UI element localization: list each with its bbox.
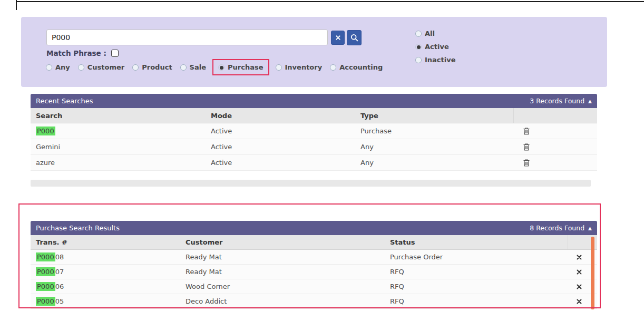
- radio-icon: [415, 44, 422, 50]
- transaction-number-rest: 08: [55, 253, 64, 261]
- radio-icon: [415, 31, 422, 37]
- type-cell: Any: [355, 159, 513, 167]
- radio-icon: [330, 64, 336, 71]
- radio-option-inactive[interactable]: Inactive: [415, 56, 456, 64]
- purchase-results-header: Purchase Search Results 8 Records Found …: [31, 221, 597, 235]
- radio-icon: [46, 64, 52, 71]
- trash-icon: [523, 128, 530, 135]
- status-cell: RFQ: [385, 268, 568, 276]
- actions-cell: [513, 123, 597, 139]
- delete-recent-search-button[interactable]: [523, 159, 530, 167]
- delete-recent-search-button[interactable]: [523, 128, 530, 135]
- type-cell: Purchase: [355, 127, 513, 135]
- recent-searches-column-headers: Search Mode Type: [31, 108, 597, 123]
- page: Match Phrase : Any Customer Product Sale: [0, 0, 644, 311]
- radio-option-label: Inactive: [425, 56, 456, 64]
- mode-cell: Active: [206, 159, 355, 167]
- radio-option-label: Customer: [87, 63, 124, 71]
- radio-icon: [78, 64, 84, 71]
- radio-option-label: Inventory: [285, 63, 323, 71]
- purchase-results-column-headers: Trans. # Customer Status: [31, 235, 597, 250]
- search-input[interactable]: [46, 30, 328, 45]
- remove-result-button[interactable]: [577, 269, 582, 275]
- match-phrase-row: Match Phrase :: [46, 49, 119, 57]
- radio-option-product[interactable]: Product: [132, 63, 172, 71]
- radio-option-all[interactable]: All: [415, 30, 456, 37]
- radio-option-active[interactable]: Active: [415, 43, 456, 51]
- mode-cell: Active: [206, 143, 355, 151]
- type-cell: Any: [355, 143, 513, 151]
- search-term-cell: P000: [31, 127, 206, 135]
- close-icon: [577, 284, 582, 289]
- column-header-search: Search: [31, 112, 206, 120]
- radio-option-customer[interactable]: Customer: [78, 63, 124, 71]
- purchase-result-row: P00006 Wood Corner RFQ: [31, 279, 597, 294]
- collapse-toggle-icon[interactable]: ▲: [588, 99, 592, 104]
- radio-option-label: All: [425, 30, 435, 37]
- highlighted-match: P000: [36, 267, 55, 276]
- highlighted-match: P000: [36, 297, 55, 306]
- status-cell: RFQ: [385, 283, 568, 290]
- customer-cell: Ready Mat: [180, 253, 385, 261]
- highlighted-search-term: P000: [36, 127, 55, 135]
- results-vertical-scrollbar[interactable]: [591, 237, 594, 309]
- column-header-actions: [513, 108, 597, 123]
- radio-option-any[interactable]: Any: [46, 63, 70, 71]
- transaction-number-rest: 05: [55, 297, 64, 305]
- transaction-number-cell: P00007: [31, 268, 180, 276]
- collapse-toggle-icon[interactable]: ▲: [588, 226, 592, 231]
- customer-cell: Ready Mat: [180, 268, 385, 276]
- transaction-number-rest: 07: [55, 268, 64, 276]
- recent-search-row: Gemini Active Any: [31, 139, 597, 155]
- radio-option-label: Accounting: [339, 63, 383, 71]
- search-button[interactable]: [347, 30, 362, 45]
- records-found: 3 Records Found ▲: [530, 97, 592, 105]
- column-header-customer: Customer: [180, 238, 385, 246]
- record-status-radio-group: All Active Inactive: [415, 30, 456, 64]
- clear-search-button[interactable]: [331, 31, 345, 45]
- highlighted-match: P000: [36, 252, 55, 261]
- window-border-left: [16, 0, 17, 10]
- match-phrase-label: Match Phrase :: [46, 49, 106, 57]
- actions-cell: [513, 139, 597, 154]
- radio-option-label: Active: [425, 43, 449, 51]
- remove-result-button[interactable]: [577, 299, 582, 304]
- remove-result-button[interactable]: [577, 284, 582, 289]
- radio-icon: [415, 57, 422, 63]
- records-found-count: 8 Records Found: [530, 224, 584, 232]
- radio-option-label: Sale: [190, 63, 206, 71]
- transaction-number-cell: P00008: [31, 253, 180, 261]
- recent-searches-header: Recent Searches 3 Records Found ▲: [31, 94, 597, 108]
- radio-icon: [218, 64, 225, 71]
- search-type-radio-group: Any Customer Product Sale Purchase: [46, 63, 383, 71]
- records-found-count: 3 Records Found: [530, 97, 584, 105]
- column-header-mode: Mode: [206, 112, 355, 120]
- clear-icon: [336, 35, 340, 40]
- recent-horizontal-scrollbar[interactable]: [31, 180, 591, 187]
- recent-searches-panel: Recent Searches 3 Records Found ▲ Search…: [31, 94, 597, 171]
- radio-option-inventory[interactable]: Inventory: [276, 63, 323, 71]
- close-icon: [577, 269, 582, 275]
- actions-cell: [513, 155, 597, 170]
- radio-option-purchase[interactable]: Purchase: [218, 63, 263, 71]
- trash-icon: [523, 159, 530, 167]
- radio-option-label: Any: [55, 63, 70, 71]
- transaction-number-cell: P00006: [31, 283, 180, 290]
- search-term-cell: azure: [31, 159, 206, 167]
- radio-option-sale[interactable]: Sale: [180, 63, 206, 71]
- purchase-result-row: P00005 Deco Addict RFQ: [31, 294, 597, 309]
- status-cell: RFQ: [385, 297, 568, 305]
- radio-option-label: Purchase: [228, 63, 263, 71]
- purchase-results-panel: Purchase Search Results 8 Records Found …: [31, 221, 597, 309]
- remove-result-button[interactable]: [577, 255, 582, 260]
- radio-icon: [132, 64, 139, 71]
- delete-recent-search-button[interactable]: [523, 143, 530, 151]
- radio-icon: [276, 64, 282, 71]
- close-icon: [577, 299, 582, 304]
- radio-option-label: Product: [142, 63, 172, 71]
- match-phrase-checkbox[interactable]: [111, 50, 119, 57]
- radio-option-accounting[interactable]: Accounting: [330, 63, 383, 71]
- panel-title: Purchase Search Results: [36, 224, 120, 232]
- customer-cell: Deco Addict: [180, 297, 385, 305]
- window-border-top: [16, 1, 644, 2]
